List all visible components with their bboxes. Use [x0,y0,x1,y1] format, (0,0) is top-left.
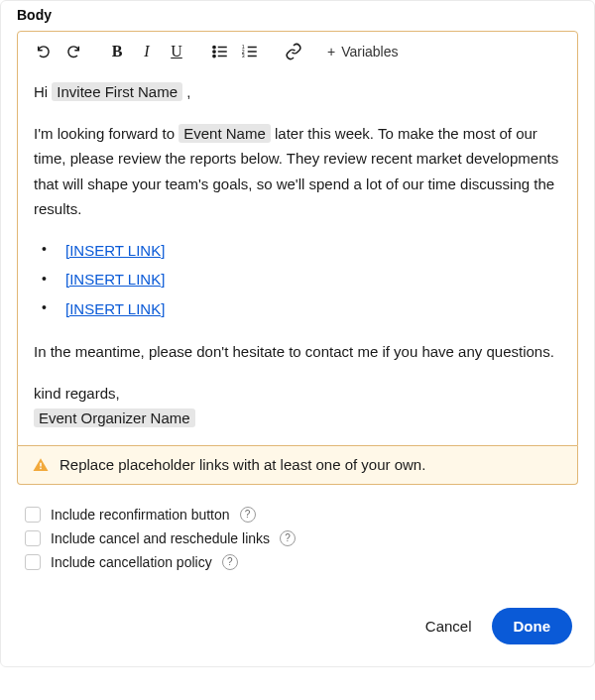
para1-a: I'm looking forward to [34,125,178,142]
toolbar: B I U 123 + Variables [18,32,577,71]
list-item: [INSERT LINK] [42,238,561,264]
greeting-suffix: , [182,83,190,100]
svg-text:3: 3 [242,53,245,58]
undo-icon [36,44,52,59]
placeholder-link[interactable]: [INSERT LINK] [65,296,165,322]
greeting-line: Hi Invitee First Name , [34,79,561,105]
variable-event-organizer-name[interactable]: Event Organizer Name [34,408,195,427]
option-label: Include reconfirmation button [51,507,230,523]
option-cancellation-policy: Include cancellation policy ? [25,550,578,574]
redo-button[interactable] [63,42,83,61]
section-title: Body [1,1,594,31]
warning-icon [32,456,50,474]
undo-button[interactable] [34,42,54,61]
editor-body[interactable]: Hi Invitee First Name , I'm looking forw… [18,71,577,445]
editor-frame: B I U 123 + Variables [17,31,578,446]
list-item: [INSERT LINK] [42,267,561,292]
variable-event-name[interactable]: Event Name [178,124,271,143]
help-icon[interactable]: ? [240,507,256,523]
help-icon[interactable]: ? [280,530,296,546]
underline-button[interactable]: U [167,42,186,61]
intro-paragraph: I'm looking forward to Event Name later … [34,121,561,222]
option-reconfirmation: Include reconfirmation button ? [25,503,578,526]
redo-icon [65,44,81,59]
option-label: Include cancel and reschedule links [51,530,270,546]
link-button[interactable] [284,42,303,61]
numbered-list-icon: 123 [241,43,259,60]
svg-point-2 [213,51,215,53]
done-button[interactable]: Done [492,608,573,644]
warning-text: Replace placeholder links with at least … [60,456,425,473]
list-item: [INSERT LINK] [42,296,561,322]
placeholder-link[interactable]: [INSERT LINK] [65,267,165,292]
variable-invitee-first-name[interactable]: Invitee First Name [52,82,182,101]
svg-point-4 [213,55,215,57]
options-list: Include reconfirmation button ? Include … [1,499,594,590]
signoff-line: kind regards, [34,381,561,407]
footer-actions: Cancel Done [1,590,594,666]
option-cancel-reschedule: Include cancel and reschedule links ? [25,526,578,550]
plus-icon: + [327,44,335,59]
svg-rect-12 [40,462,42,466]
checkbox-cancellation-policy[interactable] [25,554,41,570]
svg-rect-13 [40,467,42,469]
svg-point-0 [213,46,215,48]
signoff: kind regards, Event Organizer Name [34,381,561,431]
help-icon[interactable]: ? [222,554,238,570]
closing-paragraph: In the meantime, please don't hesitate t… [34,339,561,365]
italic-button[interactable]: I [137,42,157,61]
bullet-list-icon [211,43,229,60]
link-list: [INSERT LINK] [INSERT LINK] [INSERT LINK… [42,238,561,322]
variables-label: Variables [341,44,398,59]
cancel-button[interactable]: Cancel [425,618,472,635]
option-label: Include cancellation policy [51,554,212,570]
insert-variables-button[interactable]: + Variables [327,44,399,59]
checkbox-cancel-reschedule[interactable] [25,530,41,546]
placeholder-link[interactable]: [INSERT LINK] [65,238,165,264]
link-icon [285,43,302,60]
checkbox-reconfirmation[interactable] [25,507,41,523]
bullet-list-button[interactable] [210,42,230,61]
bold-button[interactable]: B [107,42,127,61]
numbered-list-button[interactable]: 123 [240,42,260,61]
greeting-prefix: Hi [34,83,52,100]
body-editor-panel: Body B I U 123 [0,0,595,667]
warning-banner: Replace placeholder links with at least … [17,446,578,485]
